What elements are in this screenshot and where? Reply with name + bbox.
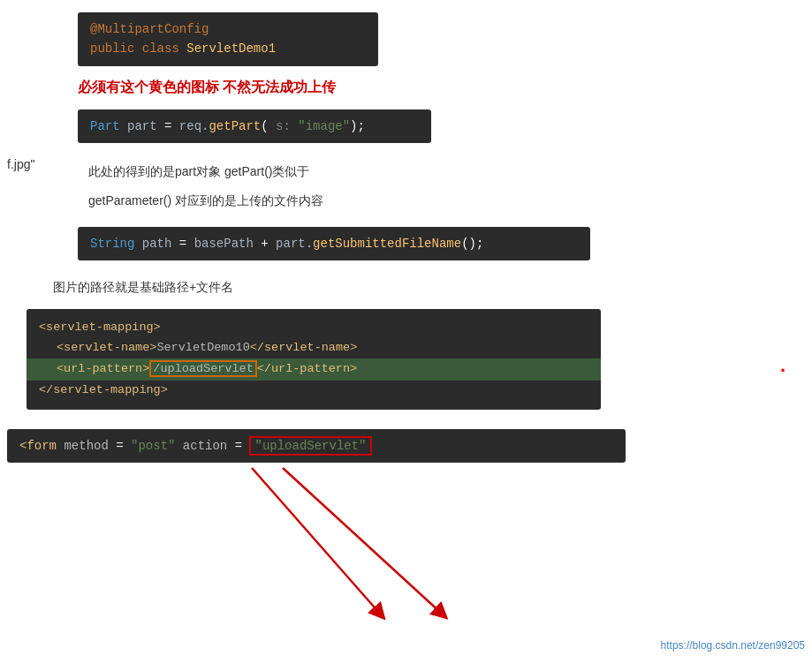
- eq-method: =: [116, 439, 131, 453]
- desc-line2: getParameter() 对应到的是上传的文件内容: [88, 186, 785, 215]
- param-hint: s:: [276, 119, 298, 133]
- getpart-code-section: Part part = req.getPart( s: "image");: [0, 101, 812, 152]
- description-text-block: 此处的得到的是part对象 getPart()类似于 getParameter(…: [0, 157, 785, 215]
- xml-section: <servlet-mapping> <servlet-name>ServletD…: [0, 305, 812, 413]
- keyword-public: public: [90, 41, 142, 56]
- top-code-section: @MultipartConfig public class ServletDem…: [0, 0, 812, 72]
- tag-url-pattern-close: </url-pattern>: [257, 362, 357, 375]
- annotation-text: @MultipartConfig: [90, 22, 209, 36]
- paren-close: );: [350, 119, 365, 133]
- eq-sign: =: [164, 119, 179, 133]
- type-part: Part: [90, 119, 127, 133]
- method-getpart: getPart: [209, 119, 261, 133]
- plus: +: [261, 237, 276, 251]
- url-pattern-line: <url-pattern>/uploadServlet</url-pattern…: [27, 358, 601, 381]
- tag-servlet-mapping-open: <servlet-mapping>: [39, 320, 161, 334]
- servlet-name-line: <servlet-name>ServletDemo10</servlet-nam…: [39, 338, 357, 358]
- eq-action: =: [235, 439, 250, 453]
- form-section: <form method = "post" action = "uploadSe…: [0, 413, 812, 471]
- path-desc-section: 图片的路径就是基础路径+文件名: [0, 269, 812, 305]
- tag-servlet-name-open: <servlet-name>: [57, 341, 156, 354]
- eq2: =: [179, 237, 194, 251]
- red-dot: ·: [780, 359, 785, 382]
- parens: ();: [461, 237, 483, 251]
- description-section: f.jpg" 此处的得到的是part对象 getPart()类似于 getPar…: [0, 152, 812, 217]
- tag-servlet-mapping-close: </servlet-mapping>: [39, 383, 168, 396]
- warning-text: 必须有这个黄色的图标 不然无法成功上传: [78, 79, 336, 94]
- attr-action: action: [183, 439, 235, 453]
- servlet-name-value: ServletDemo10: [156, 341, 249, 354]
- basepath-var: basePath: [194, 237, 262, 251]
- req-var: req.: [179, 119, 209, 133]
- classname-text: ServletDemo1: [186, 41, 276, 56]
- svg-line-1: [283, 468, 442, 614]
- desc-line1: 此处的得到的是part对象 getPart()类似于: [88, 157, 785, 186]
- page-container: @MultipartConfig public class ServletDem…: [0, 0, 812, 656]
- watermark-text: https://blog.csdn.net/zen99205: [661, 639, 805, 652]
- type-string: String: [90, 237, 142, 251]
- method-getfilename: getSubmittedFileName: [313, 237, 461, 251]
- paren-open: (: [261, 119, 276, 133]
- svg-line-0: [252, 468, 380, 614]
- filejpg-label: f.jpg": [7, 157, 34, 171]
- warning-section: 必须有这个黄色的图标 不然无法成功上传: [0, 72, 812, 101]
- string-image: "image": [298, 119, 350, 133]
- attr-method: method: [64, 439, 116, 453]
- val-post: "post": [131, 439, 183, 453]
- code-block-form: <form method = "post" action = "uploadSe…: [7, 429, 626, 463]
- var-path: path: [142, 237, 179, 251]
- path-code-section: String path = basePath + part.getSubmitt…: [0, 218, 812, 269]
- code-block-top: @MultipartConfig public class ServletDem…: [78, 12, 378, 66]
- code-block-getpart: Part part = req.getPart( s: "image");: [78, 109, 431, 143]
- keyword-class: class: [142, 41, 186, 56]
- tag-form-name: form: [27, 439, 64, 453]
- tag-servlet-name-close: </servlet-name>: [250, 341, 358, 354]
- action-value-highlighted: "uploadServlet": [249, 436, 371, 456]
- xml-code-block: <servlet-mapping> <servlet-name>ServletD…: [27, 309, 601, 410]
- code-block-path: String path = basePath + part.getSubmitt…: [78, 227, 590, 260]
- tag-url-pattern-open: <url-pattern>: [57, 362, 149, 375]
- part-var: part.: [276, 237, 313, 251]
- var-part: part: [127, 119, 164, 133]
- url-pattern-value-highlighted: /uploadServlet: [149, 360, 256, 377]
- watermark-section: https://blog.csdn.net/zen99205: [661, 637, 805, 652]
- path-desc-text: 图片的路径就是基础路径+文件名: [53, 276, 233, 298]
